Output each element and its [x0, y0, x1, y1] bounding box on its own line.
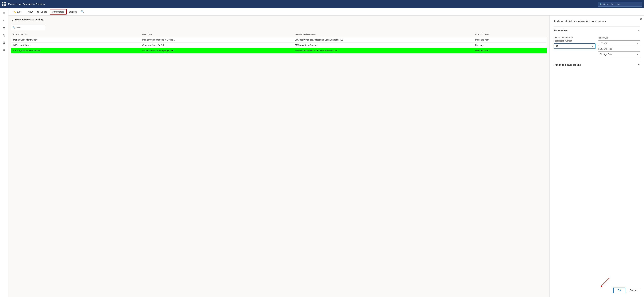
toolbar-search-icon[interactable]: 🔍 [81, 10, 84, 13]
party-iso-code-label: Party ISO code [598, 48, 640, 50]
registration-number-label: Registration number [554, 40, 596, 42]
cell-executable-class: MonitorCollectionInCash [11, 37, 140, 42]
sidebar-item-list[interactable]: ≡ [1, 47, 8, 53]
parameters-section-title: Parameters [554, 29, 568, 32]
top-search-input[interactable] [598, 2, 642, 6]
filter-wrapper: 🔍 [11, 25, 45, 30]
col-header-name: Executable class name [292, 32, 473, 37]
ok-button[interactable]: OK [613, 288, 626, 293]
right-panel: ✕ Additional fields evaluation parameter… [549, 15, 644, 297]
delete-label: Delete [40, 10, 47, 13]
party-iso-code-group: Party ISO code CodigoPais ∨ [598, 48, 640, 57]
dialog-footer: OK Cancel [554, 285, 640, 293]
parameters-button[interactable]: Parameters [50, 9, 66, 14]
table-header-row: Executable class Description Executable … [11, 32, 547, 37]
party-iso-code-value: CodigoPais [600, 53, 612, 55]
parameters-label: Parameters [52, 10, 64, 13]
new-button[interactable]: + New [24, 9, 35, 14]
cell-execution-level: Message [473, 42, 547, 48]
cell-class-name: EMAdditionalFieldsEvaluationController_E… [292, 48, 473, 53]
cell-class-name: EMCreateItemsController [292, 42, 473, 48]
run-background-chevron-icon: ∨ [638, 63, 640, 66]
new-label: New [28, 10, 32, 13]
sidebar-item-home[interactable]: ⌂ [1, 17, 8, 24]
registration-number-value: ID [556, 45, 558, 47]
cell-description: Generate items for SII [140, 42, 293, 48]
col-header-level: Execution level [473, 32, 547, 37]
svg-line-0 [601, 278, 610, 286]
delete-icon: 🗑 [37, 10, 40, 13]
content-area: ✏️ Edit + New 🗑 Delete Parameters Option… [8, 8, 644, 297]
top-nav-bar: Finance and Operations Preview 🔍 [0, 0, 644, 8]
cell-executable-class: SIIPartyAttributesEvaluation [11, 48, 140, 53]
page-content: ▼ Executable class settings 🔍 Executable… [8, 15, 644, 297]
close-button[interactable]: ✕ [640, 17, 642, 21]
edit-label: Edit [17, 10, 21, 13]
run-in-background-section[interactable]: Run in the background ∨ [554, 61, 640, 68]
sidebar-item-menu[interactable]: ☰ [1, 9, 8, 16]
left-panel: ▼ Executable class settings 🔍 Executable… [8, 15, 549, 297]
options-button[interactable]: Options [67, 9, 79, 14]
registration-number-arrow: ∨ [592, 45, 594, 47]
svg-marker-1 [600, 285, 602, 287]
top-search-icon: 🔍 [600, 3, 602, 5]
new-icon: + [26, 10, 27, 13]
tax-id-type-value: IDType [600, 42, 608, 44]
dialog-title: Additional fields evaluation parameters [554, 19, 640, 23]
executable-class-table: Executable class Description Executable … [11, 32, 547, 53]
party-iso-code-select[interactable]: CodigoPais ∨ [598, 51, 640, 57]
edit-button[interactable]: ✏️ Edit [11, 9, 23, 14]
arrow-annotation [600, 278, 613, 288]
cell-class-name: EMCheckChangesCollectionInCashController… [292, 37, 473, 42]
tax-id-type-select[interactable]: IDType ∨ [598, 40, 640, 46]
app-grid-icon[interactable] [2, 2, 6, 6]
tax-id-party-group: Tax ID type IDType ∨ Party ISO code Codi… [598, 37, 640, 57]
tax-id-type-group: Tax ID type IDType ∨ [598, 37, 640, 46]
params-grid: TAX REGISTRATION Registration number ID … [554, 37, 640, 57]
table-row[interactable]: SIIPartyAttributesEvaluationEvaluation o… [11, 48, 547, 53]
tax-registration-label: TAX REGISTRATION [554, 37, 596, 39]
tax-id-type-arrow: ∨ [636, 42, 638, 44]
app-title: Finance and Operations Preview [8, 3, 596, 5]
table-row[interactable]: MonitorCollectionInCashMonitoring of cha… [11, 37, 547, 42]
tax-id-type-label: Tax ID type [598, 37, 640, 39]
parameters-section-header[interactable]: Parameters ∧ [554, 26, 640, 34]
delete-button[interactable]: 🗑 Delete [35, 9, 49, 14]
filter-bar: 🔍 [11, 25, 547, 30]
options-label: Options [69, 10, 77, 13]
filter-input[interactable] [11, 25, 45, 30]
sidebar-item-workspaces[interactable]: ⊞ [1, 39, 8, 46]
parameters-chevron-icon: ∧ [638, 29, 640, 32]
party-iso-code-arrow: ∨ [636, 53, 638, 55]
cancel-button[interactable]: Cancel [627, 288, 640, 293]
filter-search-icon: 🔍 [12, 26, 15, 29]
run-background-title: Run in the background [554, 63, 581, 66]
left-sidebar: ☰ ⌂ ★ ◷ ⊞ ≡ [0, 8, 8, 297]
top-search-wrapper: 🔍 [598, 2, 642, 6]
sidebar-item-recent[interactable]: ◷ [1, 32, 8, 38]
tax-registration-group: TAX REGISTRATION Registration number ID … [554, 37, 596, 57]
filter-section-icon: ▼ [11, 19, 14, 22]
edit-icon: ✏️ [13, 10, 16, 13]
registration-number-select[interactable]: ID ∨ [554, 43, 596, 49]
section-title: Executable class settings [15, 18, 44, 21]
toolbar: ✏️ Edit + New 🗑 Delete Parameters Option… [8, 8, 644, 15]
table-row[interactable]: SIIGenerateItemsGenerate items for SIIEM… [11, 42, 547, 48]
cell-executable-class: SIIGenerateItems [11, 42, 140, 48]
sidebar-item-favorites[interactable]: ★ [1, 24, 8, 31]
col-header-desc: Description [140, 32, 293, 37]
cell-description: Evaluation of Counterpartys' attr... [140, 48, 293, 53]
cell-execution-level: Message Item [473, 37, 547, 42]
cell-description: Monitoring of changes in Collec... [140, 37, 293, 42]
col-header-class: Executable class [11, 32, 140, 37]
cell-execution-level: Message Item [473, 48, 547, 53]
main-layout: ☰ ⌂ ★ ◷ ⊞ ≡ ✏️ Edit + New 🗑 Delete Param… [0, 8, 644, 297]
